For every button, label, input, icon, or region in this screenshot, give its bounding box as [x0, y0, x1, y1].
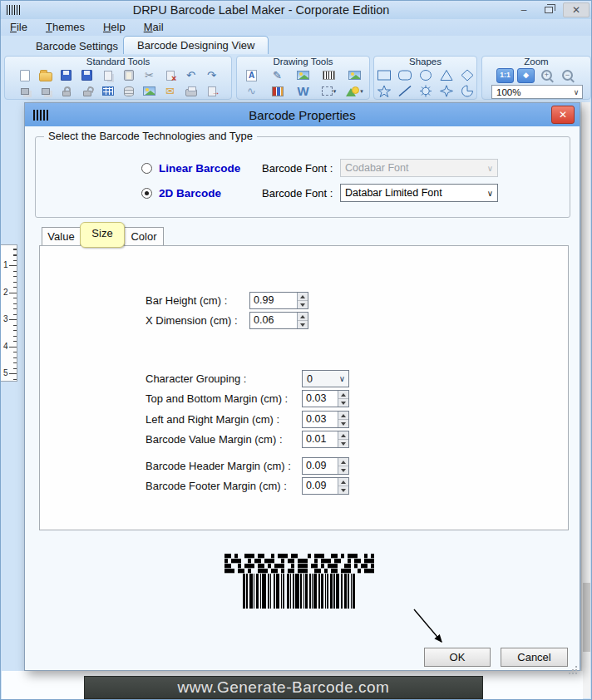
- menu-mail[interactable]: Mail: [135, 19, 173, 36]
- shape-four-point-star-icon[interactable]: [437, 84, 456, 98]
- lock-icon[interactable]: [57, 84, 76, 98]
- spin-down-button[interactable]: [338, 439, 348, 447]
- spin-up-button[interactable]: [298, 313, 308, 320]
- shape-diamond-icon[interactable]: [458, 68, 476, 82]
- character-grouping-select[interactable]: 0 ∨: [302, 370, 349, 387]
- left-right-margin-spinner[interactable]: 0.03: [302, 411, 349, 428]
- freeform-icon[interactable]: ∿: [240, 84, 264, 98]
- spin-up-button[interactable]: [338, 412, 348, 419]
- import-picture-icon[interactable]: [343, 68, 367, 82]
- autoshapes-icon[interactable]: ▾: [343, 84, 367, 98]
- 2d-barcode-label[interactable]: 2D Barcode: [159, 187, 262, 200]
- new-icon[interactable]: [16, 68, 34, 82]
- shape-rectangle-icon[interactable]: [375, 68, 393, 82]
- restore-button[interactable]: [538, 2, 560, 17]
- save-all-icon[interactable]: [78, 68, 96, 82]
- library-icon[interactable]: [266, 84, 289, 98]
- shape-star-icon[interactable]: [375, 84, 393, 98]
- vertical-scrollbar[interactable]: [581, 102, 590, 698]
- tab-barcode-designing-view[interactable]: Barcode Designing View: [123, 36, 269, 54]
- text-document-icon[interactable]: [240, 68, 264, 82]
- size-tab-panel: Bar Height (cm) : 0.99 X Dimension (cm) …: [39, 245, 569, 530]
- footer-url[interactable]: www.Generate-Barcode.com: [178, 678, 390, 697]
- minimize-button[interactable]: –: [513, 2, 535, 17]
- spin-up-button[interactable]: [338, 478, 348, 486]
- window-close-button[interactable]: ✕: [563, 2, 590, 17]
- tab-barcode-settings[interactable]: Barcode Settings: [26, 39, 128, 54]
- save-icon[interactable]: [57, 68, 76, 82]
- shape-triangle-icon[interactable]: [437, 68, 456, 82]
- scrollbar-thumb[interactable]: [583, 583, 590, 652]
- select-area-icon[interactable]: ▾: [318, 84, 341, 98]
- grid-icon[interactable]: [99, 84, 117, 98]
- ruler-number-4: 4: [3, 342, 8, 351]
- unlock-icon[interactable]: [78, 84, 96, 98]
- redo-icon[interactable]: ↷: [203, 68, 221, 82]
- print-icon[interactable]: [182, 84, 200, 98]
- shape-ellipse-icon[interactable]: [417, 68, 435, 82]
- spin-up-button[interactable]: [338, 431, 348, 439]
- copy-icon[interactable]: [99, 68, 117, 82]
- undo-icon[interactable]: ↶: [182, 68, 200, 82]
- send-to-back-icon[interactable]: [37, 84, 55, 98]
- dialog-close-button[interactable]: ✕: [551, 106, 575, 124]
- linear-barcode-label[interactable]: Linear Barcode: [159, 162, 262, 175]
- zoom-fit-glyph: ◆: [517, 68, 535, 83]
- 2d-barcode-radio[interactable]: [141, 188, 152, 199]
- bring-to-front-icon[interactable]: [16, 84, 34, 98]
- barcode-footer-margin-spinner[interactable]: 0.09: [302, 477, 349, 495]
- zoom-one-to-one-icon[interactable]: 1:1: [496, 68, 515, 82]
- spin-down-button[interactable]: [338, 466, 348, 474]
- tab-value[interactable]: Value: [42, 227, 81, 246]
- delete-icon[interactable]: [161, 68, 180, 82]
- database-icon[interactable]: [120, 84, 138, 98]
- chevron-down-icon: ∨: [570, 88, 582, 96]
- paste-icon[interactable]: [120, 68, 138, 82]
- paste-glyph: [124, 70, 134, 81]
- spin-up-button[interactable]: [298, 293, 308, 300]
- resize-grip[interactable]: [570, 660, 577, 668]
- menu-file[interactable]: File: [1, 19, 37, 36]
- tab-size[interactable]: Size: [80, 222, 125, 248]
- menu-help[interactable]: Help: [94, 19, 135, 36]
- spin-down-button[interactable]: [338, 486, 348, 494]
- zoom-level-dropdown[interactable]: 100% ∨: [491, 85, 583, 99]
- barcode-value-margin-spinner[interactable]: 0.01: [302, 431, 349, 448]
- cut-icon[interactable]: ✂: [141, 68, 159, 82]
- export-image-icon[interactable]: [141, 84, 159, 98]
- spin-down-button[interactable]: [298, 320, 308, 328]
- top-bottom-margin-spinner[interactable]: 0.03: [302, 390, 349, 407]
- cancel-button[interactable]: Cancel: [501, 648, 568, 667]
- spin-down-button[interactable]: [298, 300, 308, 308]
- open-icon[interactable]: [37, 68, 55, 82]
- picture-icon[interactable]: [292, 68, 315, 82]
- x-dimension-spinner[interactable]: 0.06: [249, 312, 308, 329]
- application-window: DRPU Barcode Label Maker - Corporate Edi…: [0, 0, 592, 700]
- shape-pie-icon[interactable]: [458, 84, 476, 98]
- zoom-in-icon[interactable]: +: [538, 68, 556, 82]
- 2d-font-select[interactable]: Databar Limited Font ∨: [340, 184, 498, 202]
- spin-down-button[interactable]: [338, 419, 348, 427]
- spin-up-button[interactable]: [338, 391, 348, 398]
- barcode-header-margin-spinner[interactable]: 0.09: [302, 457, 349, 475]
- linear-barcode-radio[interactable]: [141, 163, 152, 174]
- shape-sun-icon[interactable]: [417, 84, 435, 98]
- barcode-icon[interactable]: [318, 68, 341, 82]
- exit-icon[interactable]: [203, 84, 221, 98]
- dropdown-caret-icon: ▾: [333, 88, 337, 94]
- bar-height-spinner[interactable]: 0.99: [249, 292, 308, 309]
- text-document-glyph: [246, 70, 257, 81]
- zoom-fit-icon[interactable]: ◆: [517, 68, 535, 82]
- zoom-out-icon[interactable]: −: [559, 68, 577, 82]
- spin-up-button[interactable]: [338, 458, 348, 466]
- word-art-icon[interactable]: W: [292, 84, 315, 98]
- spin-down-button[interactable]: [338, 398, 348, 407]
- shape-rounded-rectangle-icon[interactable]: [396, 68, 414, 82]
- menu-themes[interactable]: Themes: [37, 19, 94, 36]
- barcode-value-margin-value: 0.01: [303, 431, 338, 447]
- shape-line-icon[interactable]: [396, 84, 414, 98]
- left-right-margin-label: Left and Right Margin (cm) :: [146, 413, 279, 426]
- email-icon[interactable]: ✉: [161, 84, 180, 98]
- pen-icon[interactable]: ✎: [266, 68, 289, 82]
- tab-color[interactable]: Color: [124, 227, 164, 246]
